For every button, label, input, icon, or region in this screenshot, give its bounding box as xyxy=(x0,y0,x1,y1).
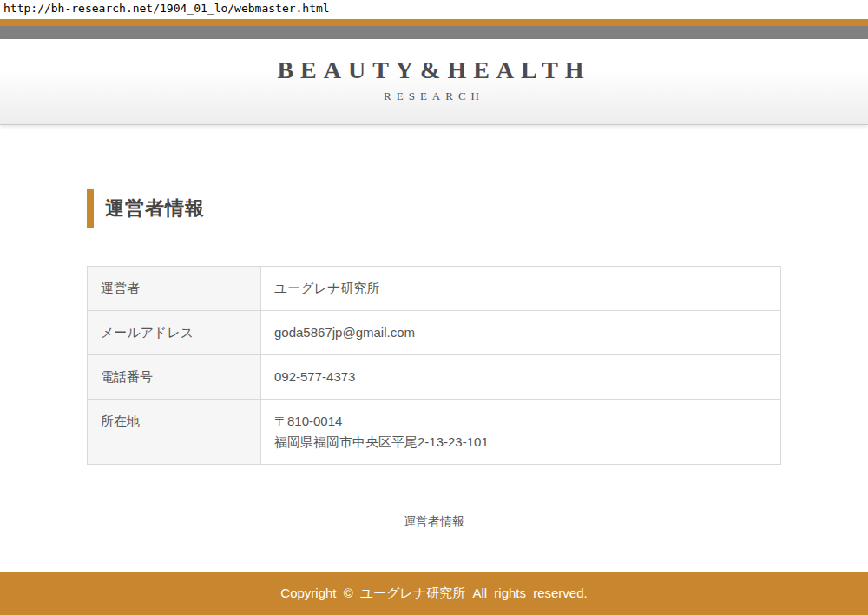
row-label: 運営者 xyxy=(88,267,261,311)
table-row-email: メールアドレス goda5867jp@gmail.com xyxy=(88,311,781,355)
main-content: 運営者情報 運営者 ユーグレナ研究所 メールアドレス goda5867jp@gm… xyxy=(0,125,868,530)
copyright-text: Copyright © ユーグレナ研究所 All rights reserved… xyxy=(280,585,587,602)
copyright-bar: Copyright © ユーグレナ研究所 All rights reserved… xyxy=(0,572,868,615)
site-logo-title: BEAUTY&HEALTH xyxy=(0,56,868,84)
footer-nav-link-operator-info[interactable]: 運営者情報 xyxy=(404,514,464,528)
table-row-operator: 運営者 ユーグレナ研究所 xyxy=(88,267,781,311)
table-row-phone: 電話番号 092-577-4373 xyxy=(88,355,781,400)
footer-nav: 運営者情報 xyxy=(0,514,868,530)
site-header: BEAUTY&HEALTH RESEARCH xyxy=(0,39,868,125)
row-label: 電話番号 xyxy=(88,355,261,400)
accent-strip xyxy=(0,19,868,26)
row-value: 092-577-4373 xyxy=(261,355,781,400)
page-title: 運営者情報 xyxy=(105,195,205,222)
table-row-address: 所在地 〒810-0014 福岡県福岡市中央区平尾2-13-23-101 xyxy=(88,400,781,465)
page-heading-block: 運営者情報 xyxy=(87,189,781,228)
row-label: 所在地 xyxy=(88,400,261,465)
gray-strip xyxy=(0,26,868,39)
postal-code: 〒810-0014 xyxy=(274,411,767,432)
operator-info-table: 運営者 ユーグレナ研究所 メールアドレス goda5867jp@gmail.co… xyxy=(87,266,781,465)
street-address: 福岡県福岡市中央区平尾2-13-23-101 xyxy=(274,432,767,453)
row-value: 〒810-0014 福岡県福岡市中央区平尾2-13-23-101 xyxy=(261,400,781,465)
site-logo-subtitle: RESEARCH xyxy=(0,89,868,103)
row-label: メールアドレス xyxy=(88,311,261,355)
captured-url-text: http://bh-research.net/1904_01_lo/webmas… xyxy=(0,0,868,19)
row-value: ユーグレナ研究所 xyxy=(261,267,781,311)
row-value: goda5867jp@gmail.com xyxy=(261,311,781,355)
